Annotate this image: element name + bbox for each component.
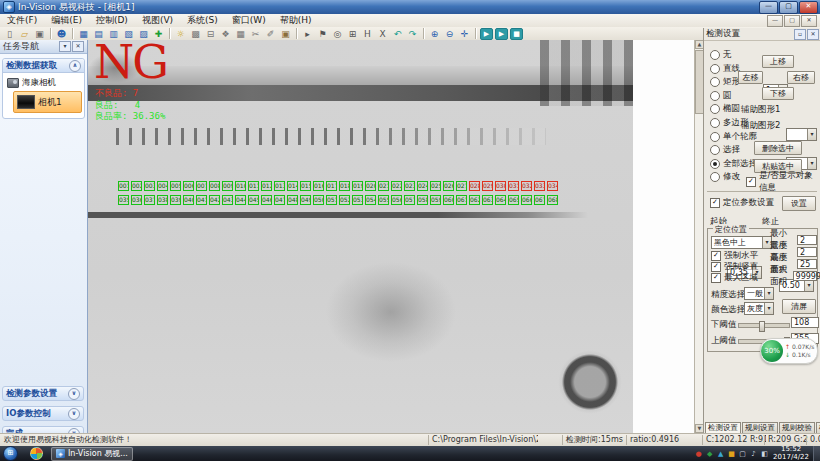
menu-item[interactable]: 控制(D) [89, 14, 135, 27]
move-right-button[interactable]: 右移 [787, 71, 815, 84]
start-button[interactable]: ⊞ [3, 446, 18, 461]
close-button[interactable]: ✕ [799, 1, 818, 14]
low-threshold-slider[interactable] [738, 323, 790, 328]
mdi-close-button[interactable]: ✕ [801, 15, 817, 27]
window-layout-icon-3[interactable]: ▥ [106, 27, 121, 41]
inspection-image[interactable]: NG 不良品: 7 良品: 4 良品率: 36.36% 001002003004… [88, 40, 633, 433]
delete-selected-button[interactable]: 删除选中 [754, 141, 802, 155]
run-continuous-icon[interactable]: ▶ [495, 28, 508, 40]
settings-button[interactable]: 设置 [782, 196, 816, 211]
pan-icon[interactable]: ✛ [457, 27, 472, 41]
calibration-icon[interactable]: ❖ [218, 27, 233, 41]
zoom-in-icon[interactable]: ⊕ [427, 27, 442, 41]
tray-antivirus-icon[interactable]: ● [694, 449, 703, 459]
sidebar-close-icon[interactable]: ✕ [72, 41, 84, 52]
tray-app-icon[interactable]: ■ [727, 449, 736, 459]
minimize-button[interactable]: — [759, 1, 778, 14]
level-icon[interactable]: ⊟ [203, 27, 218, 41]
color-dropdown[interactable]: 灰度 [744, 302, 774, 315]
user-login-icon[interactable]: ☻ [54, 27, 69, 41]
merge-icon[interactable]: ⊞ [345, 27, 360, 41]
collapse-chevron-icon[interactable]: ∧ [69, 60, 81, 72]
low-threshold-value[interactable]: 108 [791, 317, 819, 328]
grid-icon[interactable]: ▦ [233, 27, 248, 41]
net-speed-widget[interactable]: 30% ↑ 0.07K/s ↓ 0.1K/s [760, 338, 818, 364]
cut-icon[interactable]: ✂ [248, 27, 263, 41]
memory-percent-ball[interactable]: 30% [761, 340, 783, 362]
target-icon[interactable]: ◎ [330, 27, 345, 41]
clear-screen-button[interactable]: 清屏 [782, 299, 816, 314]
field-value[interactable]: 2 [797, 247, 817, 257]
menu-item[interactable]: 文件(F) [0, 14, 44, 27]
tree-item-camera1-selected[interactable]: 相机1 [13, 91, 82, 113]
tool-x-icon[interactable]: X [375, 27, 390, 41]
new-file-icon[interactable]: ▯ [2, 27, 17, 41]
menu-item[interactable]: 帮助(H) [273, 14, 319, 27]
radio-option[interactable]: 无 [710, 50, 757, 60]
tray-update-icon[interactable]: ▲ [716, 449, 725, 459]
play-icon[interactable]: ▸ [300, 27, 315, 41]
run-icon[interactable]: ▶ [480, 28, 493, 40]
radio-option[interactable]: 圆 [710, 91, 757, 101]
open-folder-icon[interactable]: ▱ [17, 27, 32, 41]
radio-option[interactable]: 全部选择 [710, 159, 757, 169]
tool-h-icon[interactable]: H [360, 27, 375, 41]
tray-safe-icon[interactable]: ◆ [705, 449, 714, 459]
tree-item-camera-root[interactable]: 海康相机 [5, 76, 82, 90]
mdi-minimize-button[interactable]: — [767, 15, 783, 27]
slider-thumb[interactable] [759, 321, 765, 332]
window-layout-icon-2[interactable]: ▤ [91, 27, 106, 41]
sidebar-collapsed-panel[interactable]: IO参数控制∨ [2, 406, 84, 421]
window-layout-icon-5[interactable]: ▨ [136, 27, 151, 41]
position-mode-dropdown[interactable]: 黑色中上 [711, 236, 772, 249]
field-value[interactable]: 2 [797, 235, 817, 245]
aux-shape1-dropdown[interactable] [786, 128, 817, 141]
window-layout-icon-4[interactable]: ▧ [121, 27, 136, 41]
sidebar-collapsed-panel[interactable]: 检测参数设置∨ [2, 386, 84, 401]
force-checkbox[interactable]: ✓强制水平 [711, 251, 758, 261]
zoom-out-icon[interactable]: ⊖ [442, 27, 457, 41]
tray-network-icon[interactable]: ◧ [760, 449, 769, 459]
field-value[interactable]: 25 [797, 259, 817, 269]
save-icon[interactable]: ▣ [32, 27, 47, 41]
taskbar-clock[interactable]: 15:52 2017/4/22 [773, 446, 809, 461]
menu-item[interactable]: 编辑(E) [44, 14, 89, 27]
radio-option[interactable]: 单个轮廓 [710, 132, 757, 142]
stop-icon[interactable]: ■ [510, 28, 523, 40]
pinwheel-app-icon[interactable] [30, 447, 43, 460]
draw-icon[interactable]: ✐ [263, 27, 278, 41]
show-desktop-button[interactable] [813, 446, 820, 461]
move-up-button[interactable]: 上移 [762, 55, 794, 68]
menu-item[interactable]: 系统(S) [180, 14, 225, 27]
tray-display-icon[interactable]: ▢ [738, 449, 747, 459]
expand-chevron-icon[interactable]: ∨ [68, 388, 80, 400]
radio-option[interactable]: 选择 [710, 145, 757, 155]
panel-pin-icon[interactable]: ▫ [794, 29, 806, 40]
force-checkbox[interactable]: ✓最大区域 [711, 273, 758, 283]
field-value[interactable]: 999999 [793, 271, 817, 281]
move-down-button[interactable]: 下移 [762, 87, 794, 100]
redo-icon[interactable]: ↷ [405, 27, 420, 41]
move-left-button[interactable]: 左移 [738, 71, 763, 84]
tray-volume-icon[interactable]: ♪ [749, 449, 758, 459]
mdi-restore-button[interactable]: ▢ [784, 15, 800, 27]
menu-item[interactable]: 窗口(W) [225, 14, 273, 27]
acquisition-panel-header[interactable]: 检测数据获取 ∧ [3, 59, 84, 73]
sidebar-pin-icon[interactable]: ▾ [59, 41, 71, 52]
image-icon[interactable]: ▣ [278, 27, 293, 41]
restore-button[interactable]: ▢ [779, 1, 798, 14]
show-object-info-checkbox[interactable]: ✓ 是/否显示对象信息 [746, 177, 820, 187]
exposure-icon[interactable]: ▩ [188, 27, 203, 41]
force-checkbox[interactable]: ✓强制竖直 [711, 262, 758, 272]
window-layout-icon-1[interactable]: ▦ [76, 27, 91, 41]
panel-close-icon[interactable]: ✕ [807, 29, 819, 40]
add-region-icon[interactable]: ✚ [151, 27, 166, 41]
locate-params-checkbox[interactable]: ✓ 定位参数设置 [710, 198, 774, 208]
menu-item[interactable]: 视图(V) [135, 14, 180, 27]
light-source-icon[interactable]: ☼ [173, 27, 188, 41]
flag-icon[interactable]: ⚑ [315, 27, 330, 41]
precision-dropdown[interactable]: 一般 [744, 287, 774, 300]
expand-chevron-icon[interactable]: ∨ [68, 408, 80, 420]
taskbar-task-button[interactable]: ◈ In-Vision 易视... [51, 447, 133, 461]
undo-icon[interactable]: ↶ [390, 27, 405, 41]
